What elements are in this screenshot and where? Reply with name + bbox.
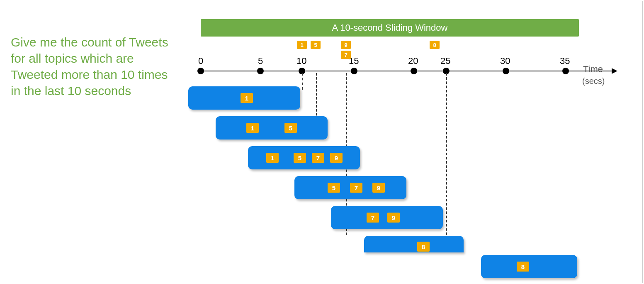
dashed-line bbox=[446, 73, 447, 243]
event-box: 1 bbox=[297, 41, 307, 49]
window-value-box: 5 bbox=[284, 123, 297, 133]
dashed-line bbox=[302, 73, 303, 90]
query-text: Give me the count of Tweets for all topi… bbox=[11, 34, 177, 99]
tick-label: 5 bbox=[258, 56, 263, 66]
tick-label: 25 bbox=[440, 56, 450, 66]
window-bar bbox=[481, 255, 577, 278]
window-value-box: 1 bbox=[241, 93, 253, 103]
window-value-box: 7 bbox=[367, 213, 379, 223]
window-value-box: 8 bbox=[517, 262, 529, 272]
window-bar bbox=[216, 116, 328, 140]
tick-label: 35 bbox=[560, 56, 570, 66]
sliding-window-title-bar: A 10-second Sliding Window bbox=[201, 19, 579, 37]
event-box: 8 bbox=[430, 41, 440, 49]
window-value-box: 8 bbox=[417, 242, 430, 252]
tick-dot bbox=[503, 68, 509, 74]
window-bar bbox=[364, 236, 464, 252]
window-bar bbox=[331, 206, 443, 229]
tick-dot bbox=[562, 68, 569, 74]
tick-dot bbox=[257, 68, 264, 74]
window-value-box: 7 bbox=[312, 153, 324, 163]
tick-dot bbox=[351, 68, 357, 74]
axis-arrowhead-icon bbox=[612, 68, 617, 74]
window-value-box: 1 bbox=[266, 153, 279, 163]
event-box: 5 bbox=[311, 41, 321, 49]
dashed-line bbox=[316, 73, 317, 120]
tick-dot bbox=[197, 68, 204, 74]
window-value-box: 9 bbox=[330, 153, 343, 163]
window-value-box: 9 bbox=[387, 213, 400, 223]
tick-label: 30 bbox=[500, 56, 510, 66]
tick-label: 10 bbox=[296, 56, 306, 66]
tick-label: 0 bbox=[198, 56, 203, 66]
tick-label: 20 bbox=[408, 56, 418, 66]
window-value-box: 1 bbox=[246, 123, 259, 133]
window-value-box: 5 bbox=[328, 183, 340, 193]
tick-dot bbox=[411, 68, 417, 74]
window-value-box: 7 bbox=[350, 183, 362, 193]
window-value-box: 9 bbox=[372, 183, 385, 193]
event-box: 7 bbox=[341, 51, 351, 59]
event-box: 9 bbox=[341, 41, 351, 49]
axis-title: Time bbox=[583, 64, 603, 75]
window-value-box: 5 bbox=[294, 153, 306, 163]
axis-units: (secs) bbox=[582, 76, 605, 86]
